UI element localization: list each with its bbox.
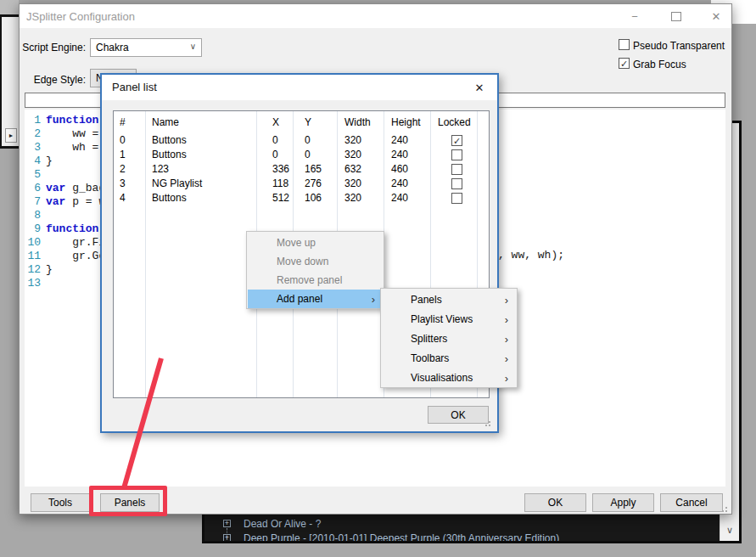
column-header: Locked (438, 116, 471, 128)
submenu-item-playlist-views[interactable]: Playlist Views › (382, 310, 516, 329)
table-row[interactable]: 0 Buttons 0 0 320 240 ✓ (114, 134, 489, 149)
tree-expand-icon[interactable]: + (223, 534, 231, 542)
code-text: gr.Fi (46, 236, 105, 249)
menu-item-add-panel[interactable]: Add panel › (248, 290, 383, 308)
column-header: # (120, 116, 126, 128)
submenu-arrow-icon: › (505, 294, 508, 307)
tree-expand-icon[interactable]: + (223, 520, 231, 527)
line-number: 2 (25, 127, 46, 141)
cell-name: Buttons (152, 192, 187, 204)
window-title: JSplitter Configuration (26, 10, 135, 23)
minimize-button[interactable]: − (619, 6, 651, 26)
cell-name: 123 (152, 163, 169, 175)
panel-handle-button[interactable]: ► (5, 128, 17, 143)
submenu-arrow-icon: › (372, 293, 375, 306)
menu-item-label: Move down (277, 256, 328, 267)
code-keyword: var (46, 195, 65, 208)
cell-width: 320 (344, 134, 361, 146)
submenu-item-splitters[interactable]: Splitters › (382, 329, 516, 348)
table-row[interactable]: 1 Buttons 0 0 320 240 (114, 149, 489, 163)
table-row[interactable]: 2 123 336 165 632 460 (114, 163, 489, 177)
tools-button[interactable]: Tools (31, 493, 90, 512)
column-header: Y (305, 116, 311, 128)
edge-style-label: Edge Style: (20, 74, 86, 86)
left-dock-top (0, 0, 19, 15)
code-text: } (46, 263, 53, 276)
locked-checkbox[interactable] (451, 164, 462, 175)
cell-y: 106 (305, 192, 322, 204)
menu-item-label: Add panel (277, 293, 322, 305)
locked-checkbox[interactable] (451, 149, 462, 160)
cell-name: NG Playlist (152, 177, 202, 189)
cell-index: 0 (120, 134, 126, 146)
panel-list-close-button[interactable]: ✕ (468, 78, 490, 97)
playlist-row-text: Dead Or Alive - ? (244, 518, 321, 530)
ok-button[interactable]: OK (524, 493, 586, 512)
column-header: Name (152, 116, 179, 128)
pseudo-transparent-label: Pseudo Transparent (633, 40, 725, 52)
resize-grip[interactable] (482, 418, 490, 426)
cell-index: 2 (120, 163, 126, 175)
scroll-down-button[interactable]: ∨ (720, 519, 739, 541)
panel-list-title-bar[interactable]: Panel list ✕ (102, 75, 497, 100)
menu-item-label: Playlist Views (411, 313, 473, 325)
code-keyword: function (46, 222, 98, 235)
menu-item-move-down[interactable]: Move down (248, 252, 383, 271)
panel-handle-icon: ► (8, 132, 14, 138)
cell-x: 336 (272, 163, 289, 175)
line-number: 9 (25, 222, 46, 236)
menu-item-label: Panels (411, 294, 442, 306)
line-number: 10 (25, 236, 46, 250)
line-number: 13 (25, 277, 46, 290)
grab-focus-checkbox[interactable]: ✓ (619, 58, 630, 69)
annotation-highlight-box (89, 486, 167, 516)
close-icon: ✕ (475, 82, 484, 94)
table-row[interactable]: 4 Buttons 512 106 320 240 (114, 192, 489, 206)
line-number: 11 (25, 250, 46, 263)
maximize-button[interactable] (660, 6, 692, 26)
title-bar[interactable]: JSplitter Configuration − ✕ (20, 4, 731, 28)
cancel-button[interactable]: Cancel (660, 493, 723, 512)
apply-button[interactable]: Apply (592, 493, 654, 512)
cell-index: 3 (120, 177, 126, 189)
cell-height: 240 (391, 177, 408, 189)
locked-checkbox[interactable] (451, 178, 462, 189)
close-button[interactable]: ✕ (699, 6, 733, 26)
locked-checkbox[interactable]: ✓ (451, 135, 462, 146)
cell-x: 512 (272, 192, 289, 204)
submenu-item-visualisations[interactable]: Visualisations › (382, 369, 516, 387)
code-keyword: var (46, 182, 65, 194)
left-dock-panel: ► (0, 17, 19, 146)
locked-checkbox[interactable] (451, 193, 462, 204)
add-panel-submenu: Panels › Playlist Views › Splitters › To… (380, 288, 518, 388)
code-text: ww = (46, 127, 98, 140)
playlist-row[interactable]: + Dead Or Alive - ? (204, 517, 739, 532)
menu-item-remove-panel[interactable]: Remove panel (248, 271, 383, 290)
table-row[interactable]: 3 NG Playlist 118 276 320 240 (114, 177, 489, 192)
playlist-row-text: Deep Purple - [2010-01-01] Deepest Purpl… (244, 532, 559, 543)
cell-y: 165 (305, 163, 322, 175)
cell-name: Buttons (152, 134, 187, 146)
cell-y: 0 (305, 149, 311, 160)
line-number: 5 (25, 168, 46, 182)
cell-index: 1 (120, 149, 126, 160)
submenu-arrow-icon: › (505, 313, 508, 326)
menu-item-move-up[interactable]: Move up (248, 233, 383, 252)
panel-list-ok-button[interactable]: OK (428, 406, 489, 424)
line-number: 4 (25, 155, 46, 168)
pseudo-transparent-checkbox[interactable] (619, 39, 630, 50)
line-number: 7 (25, 195, 46, 209)
cell-index: 4 (120, 192, 126, 204)
submenu-item-panels[interactable]: Panels › (382, 290, 516, 309)
script-engine-value: Chakra (96, 42, 129, 53)
playlist-row[interactable]: + Deep Purple - [2010-01-01] Deepest Pur… (204, 532, 739, 543)
resize-grip[interactable] (719, 504, 727, 512)
submenu-item-toolbars[interactable]: Toolbars › (382, 349, 516, 368)
line-number: 12 (25, 263, 46, 277)
column-header: X (272, 116, 279, 128)
submenu-arrow-icon: › (505, 372, 508, 385)
code-text: } (46, 155, 53, 167)
code-text: gr.Go (46, 250, 105, 262)
cell-height: 240 (391, 192, 408, 204)
script-engine-combo[interactable]: Chakra ∨ (90, 38, 202, 57)
